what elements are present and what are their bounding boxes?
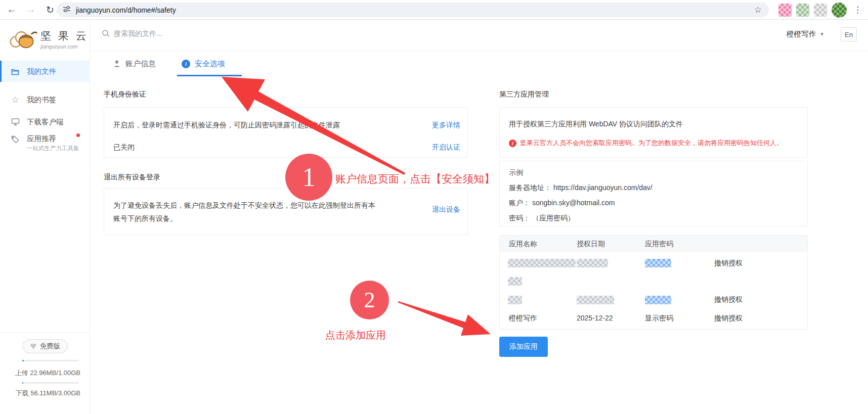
col-header-auth-date: 授权日期 — [577, 240, 605, 249]
monitor-icon — [10, 118, 20, 126]
plan-badge[interactable]: 免费版 — [22, 339, 68, 353]
sidebar-item-label: 下载客户端 — [27, 117, 64, 127]
active-tab-underline — [177, 75, 242, 76]
col-header-app-name: 应用名称 — [509, 240, 537, 249]
warning-icon: i — [509, 140, 516, 147]
forward-icon[interactable]: → — [23, 2, 38, 17]
redacted-app-name — [508, 296, 522, 304]
download-quota-bar — [22, 382, 79, 384]
authorized-apps-table: 应用名称 授权日期 应用密码 撤销授权 撤销授权 橙橙写作 2025-12-22… — [499, 235, 808, 330]
revoke-link[interactable]: 撤销授权 — [714, 314, 743, 323]
tab-label: 账户信息 — [125, 59, 156, 69]
password-warning-text: 坚果云官方人员不会向您索取应用密码。为了您的数据安全，请勿将应用密码告知任何人。 — [520, 139, 783, 148]
bookmark-star-icon[interactable]: ☆ — [754, 5, 762, 15]
app-name-cell: 橙橙写作 — [509, 314, 537, 323]
download-quota-fill — [22, 382, 23, 384]
extension-icon-2[interactable] — [796, 4, 809, 17]
sidebar-item-my-files[interactable]: 我的文件 — [0, 61, 90, 82]
account-switcher[interactable]: 橙橙写作 ▼ — [787, 29, 824, 39]
back-icon[interactable]: ← — [4, 2, 19, 17]
logo-domain: jianguoyun.com — [40, 43, 89, 50]
search-input[interactable] — [114, 29, 245, 37]
gem-icon — [30, 343, 37, 349]
table-header-row: 应用名称 授权日期 应用密码 — [500, 236, 807, 252]
browser-toolbar: ← → ↻ jianguoyun.com/d/home#/safety ☆ ⋮ — [0, 0, 868, 20]
url-text: jianguoyun.com/d/home#/safety — [76, 6, 176, 14]
app-logo[interactable]: 坚 果 云 jianguoyun.com — [9, 27, 89, 51]
redacted-app-name — [508, 259, 576, 267]
account-name: 橙橙写作 — [787, 29, 816, 39]
auth-date-cell: 2025-12-22 — [577, 314, 613, 322]
search-icon — [102, 29, 110, 37]
redacted-app-password — [645, 296, 671, 304]
logout-desc-line2: 账号下的所有设备。 — [113, 214, 177, 222]
sidebar-item-bookmarks[interactable]: ☆ 我的书签 — [0, 89, 90, 110]
logo-title: 坚 果 云 — [40, 29, 89, 43]
chevron-down-icon: ▼ — [819, 31, 824, 37]
security-info-icon: i — [182, 60, 190, 68]
sidebar-item-sublabel: 一站式生产力工具集 — [27, 145, 79, 152]
sidebar-item-app-recommend[interactable]: 应用推荐 一站式生产力工具集 — [0, 129, 90, 157]
third-party-section-title: 第三方应用管理 — [499, 90, 549, 99]
url-bar[interactable]: jianguoyun.com/d/home#/safety ☆ — [57, 3, 769, 17]
account-value: songbin.sky@hotmail.com — [532, 199, 615, 207]
browser-menu-icon[interactable]: ⋮ — [851, 5, 864, 15]
webdav-desc: 用于授权第三方应用利用 WebDAV 协议访问团队的文件 — [509, 120, 683, 129]
redacted-auth-date — [577, 296, 614, 304]
show-password-link[interactable]: 显示密码 — [645, 314, 673, 323]
example-title: 示例 — [509, 168, 523, 177]
sidebar-item-label: 我的书签 — [27, 95, 56, 105]
redacted-app-password — [645, 259, 671, 267]
logout-devices-link[interactable]: 退出设备 — [432, 205, 460, 214]
more-details-link[interactable]: 更多详情 — [432, 121, 460, 130]
password-label: 密码： — [509, 214, 530, 222]
logout-section-title: 退出所有设备登录 — [104, 173, 160, 182]
server-label: 服务器地址： — [509, 183, 551, 192]
settings-tab-bar: 账户信息 i 安全选项 — [91, 51, 868, 76]
sidebar-divider — [0, 332, 90, 333]
redacted-app-name — [508, 277, 522, 286]
example-card: 示例 服务器地址： https://dav.jianguoyun.com/dav… — [499, 161, 808, 226]
phone-verify-desc: 开启后，登录时需通过手机验证身份，可防止因密码泄露引起的文件泄露 — [113, 121, 340, 130]
sidebar-item-label: 我的文件 — [27, 67, 56, 76]
phone-verify-status: 已关闭 — [113, 143, 135, 152]
extension-icon-1[interactable] — [778, 4, 792, 17]
enable-verify-link[interactable]: 开启认证 — [432, 143, 460, 152]
sidebar: 坚 果 云 jianguoyun.com 我的文件 ☆ 我的书签 — [0, 20, 90, 414]
nutstore-logo-icon — [9, 27, 37, 51]
notification-dot — [76, 133, 80, 137]
upload-quota-label: 上传 22.96MB/1.00GB — [15, 369, 80, 378]
tab-security-options[interactable]: i 安全选项 — [182, 51, 225, 76]
annotation-step-circle-1: 1 — [285, 154, 332, 201]
tab-account-info[interactable]: 账户信息 — [113, 51, 156, 76]
browser-avatar[interactable] — [832, 3, 847, 18]
annotation-step-circle-2: 2 — [350, 281, 389, 319]
account-label: 账户： — [509, 199, 530, 207]
extension-icon-3[interactable] — [814, 4, 827, 17]
annotation-step-text-1: 账户信息页面，点击【安全须知】 — [335, 172, 495, 186]
site-settings-icon[interactable] — [63, 5, 71, 15]
download-quota-label: 下载 56.11MB/3.00GB — [16, 389, 80, 398]
upload-quota-fill — [22, 360, 24, 361]
folder-icon — [10, 68, 20, 75]
webdav-info-card: 用于授权第三方应用利用 WebDAV 协议访问团队的文件 i 坚果云官方人员不会… — [499, 107, 808, 158]
annotation-step-text-2: 点击添加应用 — [325, 329, 386, 342]
main-header: 橙橙写作 ▼ En — [91, 20, 868, 51]
language-toggle-button[interactable]: En — [841, 27, 857, 41]
revoke-link[interactable]: 撤销授权 — [714, 259, 743, 268]
search-box — [102, 29, 245, 37]
revoke-link[interactable]: 撤销授权 — [714, 295, 743, 304]
logout-all-card: 为了避免设备丢失后，账户信息及文件处于不安全状态，您可以在此强制登出所有本 账号… — [104, 188, 468, 235]
extensions-area: ⋮ — [778, 0, 864, 20]
app-window: ← → ↻ jianguoyun.com/d/home#/safety ☆ ⋮ — [0, 0, 868, 414]
logout-desc-line1: 为了避免设备丢失后，账户信息及文件处于不安全状态，您可以在此强制登出所有本 — [113, 201, 375, 209]
reload-icon[interactable]: ↻ — [42, 2, 58, 17]
plan-badge-label: 免费版 — [40, 342, 61, 351]
phone-verify-section-title: 手机身份验证 — [104, 90, 146, 99]
server-value: https://dav.jianguoyun.com/dav/ — [553, 183, 653, 192]
redacted-auth-date — [577, 259, 608, 267]
phone-verify-card: 开启后，登录时需通过手机验证身份，可防止因密码泄露引起的文件泄露 更多详情 已关… — [104, 107, 468, 158]
add-app-button[interactable]: 添加应用 — [499, 337, 548, 357]
annotation-arrow-2 — [398, 301, 491, 336]
tab-label: 安全选项 — [195, 59, 225, 69]
